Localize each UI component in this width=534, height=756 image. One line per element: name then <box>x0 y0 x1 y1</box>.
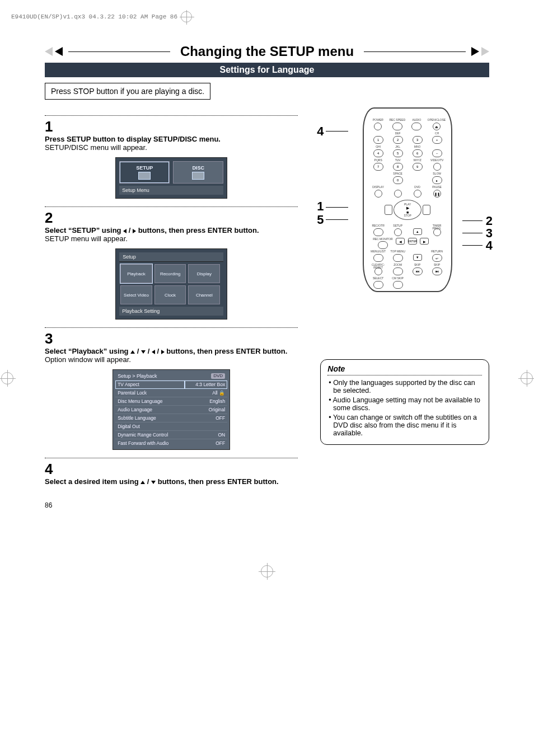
osd-media-badge: DVD <box>211 373 225 379</box>
step-subtext: SETUP menu will appear. <box>45 234 298 243</box>
rec-speed-button[interactable] <box>392 123 402 130</box>
step-subtext: SETUP/DISC menu will appear. <box>45 143 298 152</box>
digit-4-button[interactable]: 4 <box>373 149 383 157</box>
display-button[interactable] <box>374 190 382 198</box>
page-title-bar: Changing the SETUP menu <box>45 44 489 59</box>
disc-icon <box>192 172 204 180</box>
nav-up-button[interactable]: ▲ <box>413 228 422 235</box>
pause-button[interactable]: ❚❚ <box>433 190 441 198</box>
precondition-note: Press STOP button if you are playing a d… <box>45 83 210 100</box>
osd-playback-options: Setup > Playback DVD TV Aspect4:3 Letter… <box>113 369 230 450</box>
note-item: • Audio Language setting may not be avai… <box>327 396 482 412</box>
osd-breadcrumb: Setup > Playback <box>118 373 157 379</box>
osd-setup-menu: Setup Playback Recording Display Select … <box>115 248 227 320</box>
skip-fwd-button[interactable]: ⏭ <box>432 267 442 275</box>
select-button[interactable] <box>373 281 383 289</box>
left-arrow-icon <box>152 350 155 354</box>
osd-setup-disc: SETUP DISC Setup Menu <box>115 157 227 199</box>
skip-back-button[interactable]: ⏮ <box>413 267 423 275</box>
callout-number: 4 <box>486 238 493 253</box>
nav-right-button[interactable]: ▶ <box>420 238 429 245</box>
digit-9-button[interactable]: 9 <box>413 163 423 171</box>
open-close-button[interactable]: ⏏ <box>433 123 441 130</box>
osd-tile: Display <box>188 264 220 283</box>
nav-left-button[interactable]: ◀ <box>396 238 405 245</box>
dvd-button[interactable] <box>414 190 421 198</box>
enter-button[interactable]: ENTER <box>408 238 417 245</box>
page-title: Changing the SETUP menu <box>176 44 358 59</box>
callout-number: 4 <box>317 124 324 139</box>
digit-6-button[interactable]: 6 <box>413 149 423 157</box>
callout-number: 5 <box>317 213 324 227</box>
chevron-right-icon <box>481 47 489 56</box>
top-menu-button[interactable] <box>393 254 403 262</box>
page-number: 86 <box>45 501 298 509</box>
step-number: 4 <box>45 462 298 476</box>
osd-header: Setup <box>119 252 223 262</box>
digit-1-button[interactable]: 1 <box>373 136 383 144</box>
callout-number: 1 <box>317 199 324 214</box>
rec-otr-button[interactable] <box>373 228 383 236</box>
video-tv-button[interactable] <box>433 163 441 171</box>
setup-button[interactable] <box>394 228 402 236</box>
crop-mark-icon <box>181 11 192 22</box>
chevron-left-icon <box>45 47 53 56</box>
fast-forward-button[interactable] <box>423 205 430 215</box>
osd-tile-disc: DISC <box>173 161 223 184</box>
digit-8-button[interactable]: 8 <box>393 163 403 171</box>
nav-down-button[interactable]: ▼ <box>413 254 422 261</box>
rewind-button[interactable] <box>385 205 392 215</box>
chevron-left-icon <box>55 47 63 56</box>
right-arrow-icon <box>133 229 136 233</box>
note-item: • You can change or switch off the subti… <box>327 414 482 437</box>
lock-icon: 🔒 <box>219 390 225 396</box>
osd-caption: Setup Menu <box>119 186 223 195</box>
rec-monitor-button[interactable] <box>378 241 388 249</box>
chevron-right-icon <box>471 47 479 56</box>
digit-0-button[interactable]: 0 <box>393 176 403 184</box>
up-arrow-icon <box>130 350 135 354</box>
menu-list-button[interactable] <box>373 254 383 262</box>
step-heading: Select “Playback” using / / / buttons, t… <box>45 347 298 355</box>
down-arrow-icon <box>151 481 156 484</box>
return-button[interactable]: ↩ <box>432 254 442 262</box>
remote-diagram: 4 1 5 2 3 4 POWER REC SPEED AUDIO <box>320 107 489 292</box>
play-stop-ring[interactable]: PLAY ▶ ■ STOP <box>394 200 421 220</box>
slug-text: E9410UD(EN/SP)v1.qx3 04.3.22 10:02 AM Pa… <box>11 13 177 20</box>
up-arrow-icon <box>140 481 145 484</box>
timer-prog-button[interactable] <box>433 228 441 236</box>
digit-3-button[interactable]: 3 <box>413 136 423 144</box>
osd-tile: Channel <box>188 285 220 304</box>
osd-tile: Playback <box>120 264 152 283</box>
digit-2-button[interactable]: 2 <box>393 136 403 144</box>
osd-tile: Recording <box>154 264 186 283</box>
cm-skip-button[interactable] <box>393 281 403 289</box>
step-number: 1 <box>45 119 298 134</box>
slow-button[interactable]: ▸ <box>432 176 442 184</box>
step-number: 2 <box>45 210 298 225</box>
generic-button[interactable] <box>394 190 402 198</box>
step-subtext: Option window will appear. <box>45 355 298 364</box>
power-button[interactable] <box>374 123 382 130</box>
osd-tile: Select Video <box>120 285 152 304</box>
digit-5-button[interactable]: 5 <box>393 149 403 157</box>
osd-tile: Clock <box>154 285 186 304</box>
zoom-button[interactable] <box>393 267 403 275</box>
note-heading: Note <box>327 364 482 373</box>
clear-button[interactable] <box>374 267 382 275</box>
step-heading: Select “SETUP” using / buttons, then pre… <box>45 226 298 234</box>
step-number: 3 <box>45 331 298 346</box>
left-arrow-icon <box>123 229 127 233</box>
audio-button[interactable] <box>411 123 421 130</box>
osd-tile-setup: SETUP <box>119 161 170 184</box>
dpad: PLAY ▶ ■ STOP <box>388 200 427 222</box>
right-arrow-icon <box>161 350 165 354</box>
digit-7-button[interactable]: 7 <box>373 163 383 171</box>
note-item: • Only the languages supported by the di… <box>327 379 482 395</box>
ch-up-button[interactable]: + <box>432 136 442 144</box>
osd-options-table: TV Aspect4:3 Letter Box Parental LockAll… <box>115 380 227 447</box>
step-heading: Select a desired item using / buttons, t… <box>45 477 298 486</box>
section-subtitle: Settings for Language <box>45 63 489 77</box>
setup-sliders-icon <box>138 172 151 180</box>
ch-down-button[interactable]: – <box>432 149 442 157</box>
